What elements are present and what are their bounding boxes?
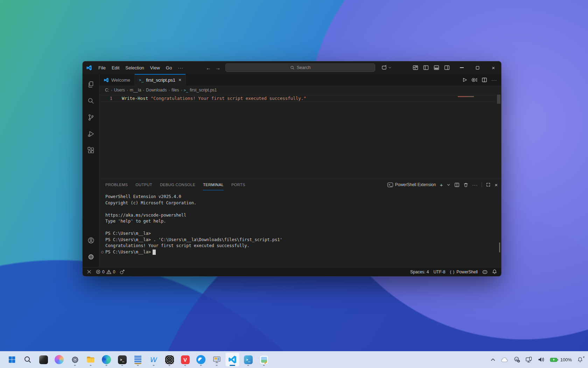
copilot-status-icon[interactable] — [482, 270, 488, 274]
onedrive-cloud-icon[interactable] — [500, 356, 509, 363]
powershell-session-status[interactable] — [120, 270, 125, 274]
add-person-icon[interactable] — [514, 356, 520, 363]
taskbar-search-button[interactable] — [21, 353, 35, 367]
editor-line[interactable]: 1 Write-Host"Congratulations! Your first… — [99, 95, 495, 102]
hidden-icons-chevron-icon[interactable] — [491, 357, 495, 362]
breadcrumb-drive[interactable]: C: — [105, 88, 109, 93]
tab-problems[interactable]: PROBLEMS — [105, 179, 128, 190]
search-sidebar-icon[interactable] — [83, 93, 99, 109]
terminal-shell-select[interactable]: >_ PowerShell Extension — [387, 182, 436, 187]
breadcrumb-files[interactable]: files — [172, 88, 179, 93]
notifications-bell-icon[interactable] — [492, 269, 497, 274]
source-control-icon[interactable] — [83, 109, 99, 125]
taskbar-powershell-button[interactable]: >_ — [241, 353, 255, 367]
terminal-scrollbar[interactable] — [499, 243, 500, 252]
tab-close-icon[interactable]: × — [178, 77, 181, 83]
close-window-button[interactable]: × — [485, 61, 501, 74]
run-with-list-icon[interactable] — [471, 77, 477, 83]
toggle-sidebar-icon[interactable] — [423, 65, 429, 70]
taskbar-apps: >_ W V >_ — [5, 353, 271, 367]
maximize-panel-icon[interactable] — [486, 182, 491, 187]
menu-go[interactable]: Go — [163, 64, 175, 72]
tab-output[interactable]: OUTPUT — [135, 179, 152, 190]
taskbar-edge-button[interactable] — [99, 353, 113, 367]
powershell-file-icon: >_ — [184, 88, 188, 92]
editor-scrollbar[interactable] — [497, 95, 500, 104]
run-file-icon[interactable] — [462, 77, 467, 83]
language-mode[interactable]: { } PowerShell — [450, 270, 478, 274]
minimize-button[interactable] — [454, 61, 470, 74]
toolbar-divider — [482, 182, 482, 187]
breadcrumb-filename[interactable]: first_script.ps1 — [190, 88, 217, 93]
taskbar-photos-button[interactable] — [257, 353, 271, 367]
volume-icon[interactable] — [538, 356, 545, 363]
taskbar-settings-button[interactable] — [68, 353, 82, 367]
toggle-panel-icon[interactable] — [434, 65, 439, 70]
code-editor[interactable]: 1 Write-Host"Congratulations! Your first… — [99, 94, 501, 179]
rings-app-icon — [165, 355, 174, 364]
maximize-button[interactable] — [470, 61, 485, 74]
taskbar-terminal-button[interactable]: >_ — [115, 353, 129, 367]
taskbar-app-dark[interactable] — [36, 353, 50, 367]
remote-icon — [87, 270, 91, 274]
taskbar-vscode-button[interactable] — [225, 353, 239, 367]
tab-first-script[interactable]: >_ first_script.ps1 × — [135, 74, 186, 86]
new-terminal-icon[interactable]: + — [440, 182, 443, 188]
remote-indicator[interactable] — [87, 270, 91, 274]
breadcrumb-user[interactable]: m__la — [130, 88, 141, 93]
breadcrumb-separator: › — [111, 88, 112, 92]
copilot-menu-button[interactable] — [382, 65, 392, 70]
start-button[interactable] — [5, 353, 19, 367]
menu-view[interactable]: View — [147, 64, 163, 72]
terminal-dropdown-icon[interactable] — [447, 183, 450, 187]
panel-header: PROBLEMS OUTPUT DEBUG CONSOLE TERMINAL P… — [99, 179, 501, 190]
vscode-file-icon — [104, 77, 109, 83]
indentation-status[interactable]: Spaces: 4 — [410, 270, 429, 274]
run-debug-icon[interactable] — [83, 125, 99, 142]
account-icon[interactable] — [83, 232, 99, 248]
tab-ports[interactable]: PORTS — [231, 179, 245, 190]
taskbar-w-app-button[interactable]: W — [147, 353, 161, 367]
explorer-icon[interactable] — [83, 76, 99, 93]
customize-layout-icon[interactable] — [413, 65, 418, 70]
taskbar-striped-app-button[interactable] — [131, 353, 145, 367]
tab-debug-console[interactable]: DEBUG CONSOLE — [160, 179, 195, 190]
breadcrumb-downloads[interactable]: Downloads — [146, 88, 167, 93]
panel-more-icon[interactable]: ··· — [472, 182, 478, 188]
close-panel-icon[interactable]: × — [495, 182, 498, 188]
problems-status[interactable]: 0 0 — [96, 270, 115, 274]
forward-icon[interactable]: → — [213, 65, 223, 71]
command-search-input[interactable]: Search — [225, 63, 375, 72]
pc-tools-icon — [212, 355, 221, 364]
phone-link-icon[interactable] — [525, 356, 532, 363]
tab-welcome[interactable]: Welcome — [99, 74, 135, 86]
extensions-icon[interactable] — [83, 142, 99, 158]
taskbar-rings-app-button[interactable] — [162, 353, 176, 367]
editor-more-icon[interactable]: ··· — [491, 77, 497, 83]
menu-file[interactable]: File — [96, 64, 108, 72]
taskbar-vivaldi-button[interactable]: V — [178, 353, 192, 367]
taskbar-browser-button[interactable] — [194, 353, 208, 367]
back-icon[interactable]: ← — [204, 65, 213, 71]
menu-edit[interactable]: Edit — [109, 64, 122, 72]
windows-terminal-icon: >_ — [118, 355, 127, 364]
menu-more-icon[interactable]: ··· — [175, 64, 186, 72]
split-terminal-icon[interactable] — [454, 182, 460, 188]
encoding-status[interactable]: UTF-8 — [433, 270, 445, 274]
terminal-output[interactable]: PowerShell Extension v2025.4.0 Copyright… — [99, 190, 501, 267]
tab-terminal[interactable]: TERMINAL — [203, 179, 224, 190]
menu-selection[interactable]: Selection — [122, 64, 147, 72]
taskbar-pc-tools-button[interactable] — [210, 353, 224, 367]
taskbar-copilot-button[interactable] — [52, 353, 66, 367]
command-decoration-icon[interactable] — [101, 251, 104, 253]
toggle-secondary-sidebar-icon[interactable] — [444, 65, 450, 70]
breadcrumb-users[interactable]: Users — [114, 88, 125, 93]
taskbar-file-explorer-button[interactable] — [84, 353, 98, 367]
notifications-dnd[interactable]: z — [577, 357, 583, 363]
battery-status[interactable]: 100% — [550, 357, 572, 363]
desktop-wallpaper: File Edit Selection View Go ··· ← → Sear… — [0, 0, 588, 368]
kill-terminal-icon[interactable] — [463, 182, 468, 188]
settings-gear-icon[interactable] — [83, 248, 99, 265]
terminal-shell-label: PowerShell Extension — [395, 182, 436, 187]
split-editor-icon[interactable] — [482, 77, 487, 83]
